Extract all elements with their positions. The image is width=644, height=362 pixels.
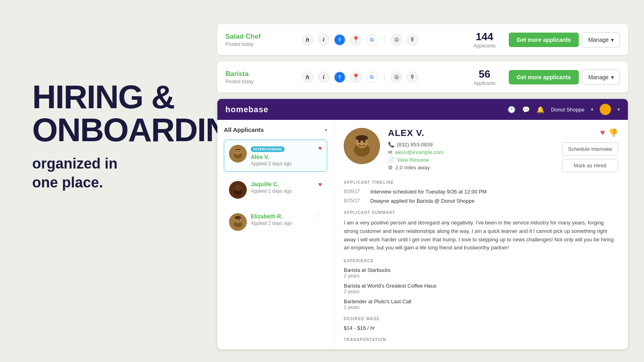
icon-i-barista[interactable]: 𝒊	[318, 72, 329, 83]
chevron-down-icon-store[interactable]: ▾	[591, 107, 593, 112]
btn-schedule-interview[interactable]: Schedule Interview	[562, 142, 618, 156]
timeline-section-label: APPLICANT TIMELINE	[344, 180, 618, 185]
svg-point-4	[239, 151, 240, 152]
btn-manage-barista[interactable]: Manage ▾	[582, 70, 620, 85]
job-posted-salad: Posted today	[225, 41, 290, 47]
detail-info: ALEX V. 📞 (832) 853-0839 ✉ alexv@example…	[388, 128, 554, 172]
detail-heart-row: ♥ 👎	[562, 128, 618, 138]
icon-fb-barista[interactable]: f	[334, 72, 345, 83]
homebase-panel: homebase 🕐 💬 🔔 Donut Shoppe ▾ ▾ All Appl…	[217, 99, 628, 349]
phone-icon: 📞	[388, 142, 394, 148]
chevron-down-icon-user[interactable]: ▾	[617, 107, 620, 112]
chat-icon[interactable]: 💬	[522, 106, 530, 113]
heart-icon-jaquille[interactable]: ♥	[318, 181, 322, 188]
contact-phone: 📞 (832) 853-0839	[388, 142, 554, 148]
applicant-name-jaquille: Jaquille C.	[251, 181, 322, 187]
avatar-jaquille	[229, 181, 247, 199]
job-posted-barista: Posted today	[225, 79, 290, 84]
detail-header: ALEX V. 📞 (832) 853-0839 ✉ alexv@example…	[344, 128, 618, 172]
jaquille-face-svg	[229, 181, 247, 199]
svg-point-20	[363, 140, 365, 143]
btn-manage-salad[interactable]: Manage ▾	[582, 32, 620, 47]
svg-point-14	[239, 220, 240, 221]
icon-loc-barista[interactable]: 📍	[350, 72, 361, 83]
icon-fb-salad[interactable]: f	[334, 34, 345, 45]
icon-h-barista[interactable]: h	[302, 72, 313, 83]
contact-email: ✉ alexv@example.com	[388, 149, 554, 155]
applicant-item-jaquille[interactable]: Jaquille C. Applied 2 days ago ♥	[224, 176, 327, 204]
location-icon: ⚙	[388, 165, 393, 171]
timeline-item-1: 9/25/17 Dwayne applied for Barista @ Don…	[344, 198, 618, 204]
exp-title-1: Barista at World's Greatest Coffee Haus	[344, 283, 618, 289]
avatar-alex	[229, 145, 247, 162]
label-barista: Applicants	[469, 80, 501, 86]
detail-avatar-alex	[344, 128, 380, 164]
email-link[interactable]: alexv@example.com	[395, 149, 444, 155]
applicant-name-alex: Alex V.	[251, 154, 322, 160]
resume-icon: 📄	[388, 157, 394, 163]
experience-section-label: EXPERIENCE	[344, 259, 618, 263]
icon-i-salad[interactable]: 𝒊	[318, 34, 329, 45]
icon-peace-barista[interactable]: ☮	[391, 72, 402, 83]
btn-get-more-salad[interactable]: Get more applicants	[509, 33, 579, 47]
heart-icon-elizabeth[interactable]: ♡	[316, 213, 322, 221]
job-card-salad-chef: Salad Chef Posted today h 𝒊 f 📍 G ☮ 🎙 14…	[217, 24, 628, 55]
wage-text: $14 - $16 / hr	[344, 325, 618, 331]
applicant-name-elizabeth: Elizabeth R.	[251, 213, 322, 220]
icon-g-salad[interactable]: G	[366, 34, 378, 45]
applicant-item-elizabeth[interactable]: Elizabeth R. Applied 2 days ago ♡	[224, 208, 327, 236]
applicant-item-alex[interactable]: INTERVIEWING Alex V. Applied 2 days ago …	[224, 140, 327, 172]
label-salad: Applicants	[469, 43, 501, 49]
icon-mic-salad[interactable]: 🎙	[407, 34, 418, 45]
right-section: Salad Chef Posted today h 𝒊 f 📍 G ☮ 🎙 14…	[217, 24, 628, 349]
resume-link[interactable]: View Resume	[397, 157, 429, 163]
elizabeth-face-svg	[229, 213, 247, 231]
transportation-section-label: TRANSPORTATION	[344, 337, 618, 342]
status-badge-alex: INTERVIEWING	[251, 146, 285, 152]
job-info-salad: Salad Chef Posted today	[225, 33, 290, 47]
heart-icon-alex[interactable]: ♥	[318, 145, 322, 152]
email-icon: ✉	[388, 149, 392, 155]
svg-point-9	[239, 187, 240, 189]
summary-text: I am a very positive person and disregar…	[344, 219, 618, 252]
icon-mic-barista[interactable]: 🎙	[407, 72, 418, 83]
user-avatar[interactable]	[600, 104, 611, 115]
btn-get-more-barista[interactable]: Get more applicants	[509, 70, 579, 84]
btn-mark-hired[interactable]: Mark as Hired	[562, 159, 618, 172]
bell-icon[interactable]: 🔔	[537, 106, 545, 113]
job-icons-barista: h 𝒊 f 📍 G ☮ 🎙	[302, 72, 460, 83]
exp-duration-1: 2 years	[344, 289, 618, 294]
icon-g-barista[interactable]: G	[366, 72, 378, 83]
applicant-info-jaquille: Jaquille C. Applied 2 days ago	[251, 181, 322, 194]
timeline-text-1: Dwayne applied for Barista @ Donut Shopp…	[370, 198, 475, 204]
job-card-barista: Barista Posted today h 𝒊 f 📍 G ☮ 🎙 56 Ap…	[217, 62, 628, 93]
icon-peace-salad[interactable]: ☮	[391, 34, 402, 45]
wage-section-label: DESIRED WAGE	[344, 317, 618, 321]
timeline-date-1: 9/25/17	[344, 198, 364, 204]
applicant-detail: ALEX V. 📞 (832) 853-0839 ✉ alexv@example…	[334, 120, 628, 349]
timeline-text-0: Interview scheduled for Tuesday 9/26 at …	[370, 189, 487, 195]
icon-h-salad[interactable]: h	[302, 34, 313, 45]
clock-icon[interactable]: 🕐	[508, 106, 516, 113]
detail-name: ALEX V.	[388, 128, 554, 138]
timeline-item-0: 9/26/17 Interview scheduled for Tuesday …	[344, 189, 618, 195]
exp-title-0: Barista at Starbucks	[344, 267, 618, 273]
svg-point-21	[356, 135, 368, 141]
svg-point-3	[236, 151, 237, 152]
job-info-barista: Barista Posted today	[225, 70, 290, 84]
detail-heart-icon[interactable]: ♥	[600, 128, 605, 138]
store-name[interactable]: Donut Shoppe	[551, 107, 584, 113]
hero-subtitle: organized inone place.	[32, 154, 225, 192]
timeline-date-0: 9/26/17	[344, 189, 364, 195]
hero-title: HIRING &ONBOARDING	[32, 80, 225, 146]
exp-duration-0: 2 years	[344, 273, 618, 279]
applicants-header: All Applicants ▾	[224, 126, 327, 133]
homebase-logo: homebase	[225, 105, 268, 114]
icon-loc-salad[interactable]: 📍	[350, 34, 361, 45]
detail-thumb-icon[interactable]: 👎	[608, 128, 618, 138]
applicant-info-alex: INTERVIEWING Alex V. Applied 2 days ago	[251, 145, 322, 167]
filter-arrow[interactable]: ▾	[325, 127, 327, 133]
count-salad: 144	[469, 31, 501, 43]
job-icons-salad: h 𝒊 f 📍 G ☮ 🎙	[302, 34, 460, 45]
panel-body: All Applicants ▾	[217, 120, 628, 349]
